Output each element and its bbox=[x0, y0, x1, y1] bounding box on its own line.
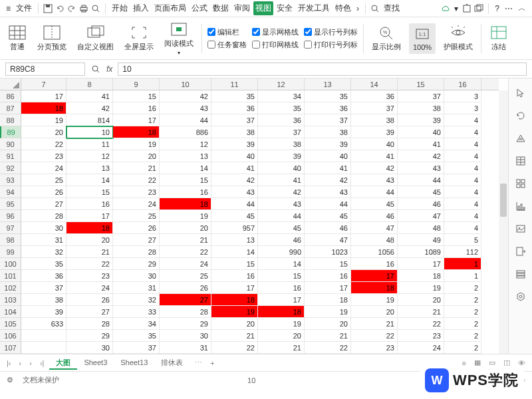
more-icon[interactable]: ⋯ bbox=[503, 3, 515, 15]
cell[interactable]: 30 bbox=[66, 342, 113, 354]
stack-tool-icon[interactable] bbox=[514, 267, 527, 281]
print-icon[interactable] bbox=[78, 3, 89, 14]
cell[interactable]: 31 bbox=[21, 234, 66, 246]
check-show-headings[interactable]: 显示行号列标 bbox=[304, 27, 358, 37]
cell[interactable]: 31 bbox=[113, 282, 160, 294]
check-print-grid[interactable]: 打印网格线 bbox=[252, 40, 299, 50]
formula-input[interactable]: 10 bbox=[118, 63, 527, 76]
export-tool-icon[interactable] bbox=[514, 245, 527, 258]
cell[interactable]: 42 bbox=[66, 102, 113, 114]
cell[interactable]: 45 bbox=[351, 198, 398, 210]
cell[interactable]: 23 bbox=[113, 186, 160, 198]
check-formula-bar[interactable]: 编辑栏 bbox=[207, 27, 247, 37]
cell[interactable]: 18 bbox=[351, 282, 398, 294]
cell[interactable]: 25 bbox=[160, 270, 211, 282]
cell[interactable]: 47 bbox=[351, 222, 398, 234]
cell[interactable]: 37 bbox=[113, 342, 160, 354]
reading-mode-button[interactable]: 阅读模式▾ bbox=[162, 20, 196, 57]
row-header[interactable]: 101 bbox=[0, 270, 21, 282]
cell[interactable]: 44 bbox=[351, 186, 398, 198]
cell[interactable]: 11 bbox=[66, 138, 113, 150]
cell[interactable]: 20 bbox=[211, 318, 258, 330]
sheet-tab[interactable]: Sheet13 bbox=[114, 356, 154, 368]
cell[interactable]: 16 bbox=[305, 270, 351, 282]
cell[interactable]: 15 bbox=[258, 270, 305, 282]
tab-data[interactable]: 数据 bbox=[211, 1, 231, 15]
cell[interactable]: 35 bbox=[21, 258, 66, 270]
tab-review[interactable]: 审阅 bbox=[232, 1, 252, 15]
cell[interactable]: 24 bbox=[113, 198, 160, 210]
cell[interactable]: 23 bbox=[351, 342, 398, 354]
menu-hamburger-icon[interactable]: ≡ bbox=[4, 3, 13, 15]
cell[interactable]: 36 bbox=[21, 270, 66, 282]
cell[interactable]: 23 bbox=[66, 270, 113, 282]
collapse-icon[interactable]: ︿ bbox=[516, 1, 528, 15]
cell[interactable]: 36 bbox=[305, 102, 351, 114]
save-icon[interactable] bbox=[43, 3, 53, 14]
cell[interactable]: 23 bbox=[398, 330, 444, 342]
row-header[interactable]: 102 bbox=[0, 282, 21, 294]
col-header[interactable]: 11 bbox=[211, 78, 258, 90]
cell[interactable]: 21 bbox=[258, 342, 305, 354]
cell[interactable]: 26 bbox=[113, 222, 160, 234]
cell[interactable]: 21 bbox=[351, 318, 398, 330]
cell[interactable]: 28 bbox=[21, 210, 66, 222]
cell[interactable]: 12 bbox=[160, 138, 211, 150]
cell[interactable]: 29 bbox=[113, 258, 160, 270]
image-tool-icon[interactable] bbox=[514, 222, 527, 235]
cell[interactable]: 39 bbox=[351, 126, 398, 138]
fx-search-icon[interactable] bbox=[90, 64, 101, 74]
cell[interactable]: 38 bbox=[351, 114, 398, 126]
cell[interactable]: 27 bbox=[21, 198, 66, 210]
cell[interactable]: 19 bbox=[398, 282, 444, 294]
cell[interactable]: 2 bbox=[444, 330, 481, 342]
cell[interactable]: 633 bbox=[21, 318, 66, 330]
cell[interactable]: 39 bbox=[305, 138, 351, 150]
cloud-chevron-icon[interactable]: ▾ bbox=[452, 3, 460, 15]
cell[interactable]: 43 bbox=[398, 162, 444, 174]
sheet-first-icon[interactable]: |‹ bbox=[4, 358, 14, 368]
fullscreen-button[interactable]: 全屏显示 bbox=[122, 23, 156, 53]
cell[interactable]: 40 bbox=[305, 150, 351, 162]
apps-tool-icon[interactable] bbox=[514, 177, 527, 190]
cell[interactable]: 22 bbox=[351, 330, 398, 342]
cell[interactable]: 44 bbox=[258, 210, 305, 222]
row-header[interactable]: 87 bbox=[0, 102, 21, 114]
cell[interactable]: 14 bbox=[66, 174, 113, 186]
cell[interactable]: 17 bbox=[66, 210, 113, 222]
cell[interactable]: 2 bbox=[444, 306, 481, 318]
cell[interactable]: 14 bbox=[211, 246, 258, 258]
cell[interactable]: 25 bbox=[113, 210, 160, 222]
cell[interactable]: 42 bbox=[211, 174, 258, 186]
cell[interactable]: 18 bbox=[160, 198, 211, 210]
cell[interactable]: 37 bbox=[21, 282, 66, 294]
cell[interactable]: 20 bbox=[66, 234, 113, 246]
tab-start[interactable]: 开始 bbox=[110, 1, 130, 15]
cell[interactable]: 16 bbox=[160, 186, 211, 198]
cell[interactable]: 47 bbox=[398, 210, 444, 222]
cell[interactable]: 35 bbox=[113, 330, 160, 342]
row-header[interactable]: 106 bbox=[0, 330, 21, 342]
cell[interactable]: 20 bbox=[305, 318, 351, 330]
cell[interactable]: 29 bbox=[160, 318, 211, 330]
cell[interactable]: 45 bbox=[211, 210, 258, 222]
cell[interactable]: 1056 bbox=[351, 246, 398, 258]
zoom-100-button[interactable]: 1:1100% bbox=[409, 23, 436, 54]
cell[interactable]: 19 bbox=[113, 138, 160, 150]
name-box[interactable]: R89C8 bbox=[5, 63, 85, 76]
cell[interactable]: 30 bbox=[21, 222, 66, 234]
cell[interactable]: 39 bbox=[21, 306, 66, 318]
cell[interactable]: 43 bbox=[160, 102, 211, 114]
tab-layout[interactable]: 页面布局 bbox=[152, 1, 188, 15]
col-header[interactable]: 7 bbox=[21, 78, 66, 90]
cell[interactable]: 44 bbox=[398, 174, 444, 186]
cell[interactable]: 43 bbox=[351, 174, 398, 186]
cell[interactable]: 15 bbox=[66, 186, 113, 198]
col-header[interactable]: 8 bbox=[66, 78, 113, 90]
cell[interactable]: 42 bbox=[398, 150, 444, 162]
cell[interactable]: 46 bbox=[305, 222, 351, 234]
cell[interactable]: 4 bbox=[444, 126, 481, 138]
row-header[interactable]: 95 bbox=[0, 198, 21, 210]
sheet-last-icon[interactable]: ›| bbox=[37, 358, 47, 368]
cell[interactable]: 47 bbox=[305, 234, 351, 246]
